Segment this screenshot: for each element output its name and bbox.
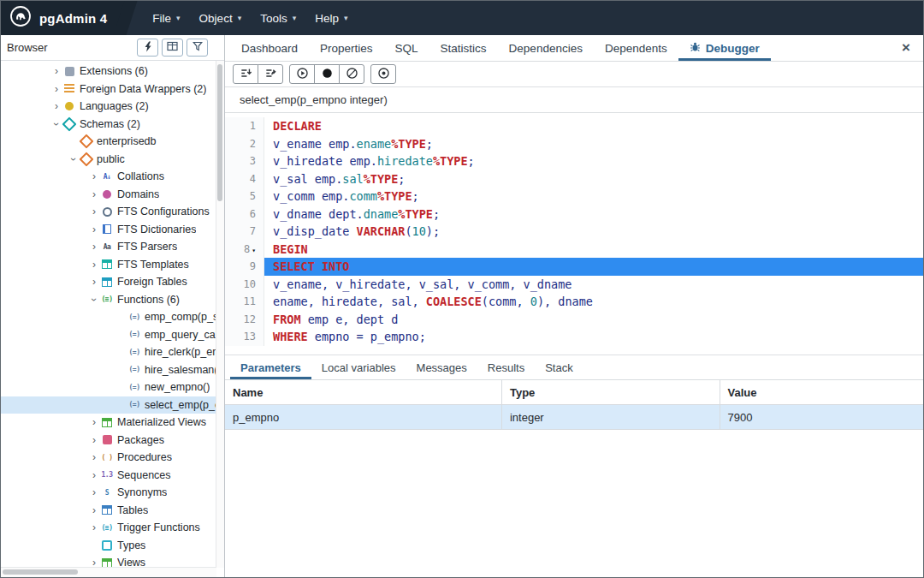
panel-tab-results[interactable]: Results	[477, 355, 535, 379]
tree-item-select-emp-p-en[interactable]: (=)select_emp(p_en	[1, 396, 224, 414]
tree-item-types[interactable]: Types	[1, 537, 224, 555]
tree-item-procedures[interactable]: ›( )Procedures	[1, 449, 224, 467]
code-line-13[interactable]: 13WHERE empno = p_empno;	[225, 328, 923, 346]
table-row[interactable]: p_empnointeger7900	[225, 405, 923, 430]
vertical-scrollbar-thumb[interactable]	[217, 64, 222, 201]
menu-object[interactable]: Object▾	[190, 1, 252, 35]
panel-tab-parameters[interactable]: Parameters	[230, 355, 311, 379]
gutter-line-number[interactable]: 7	[225, 223, 264, 241]
code-line-11[interactable]: 11ename, hiredate, sal, COALESCE(comm, 0…	[225, 293, 923, 311]
clear-all-breakpoints-button[interactable]	[339, 64, 364, 84]
code-line-2[interactable]: 2v_ename emp.ename%TYPE;	[225, 135, 923, 153]
tree-expand-icon[interactable]: ›	[88, 487, 100, 498]
code-line-5[interactable]: 5v_comm emp.comm%TYPE;	[225, 188, 923, 206]
tab-properties[interactable]: Properties	[309, 35, 384, 61]
horizontal-scrollbar-thumb[interactable]	[3, 569, 78, 575]
menu-help[interactable]: Help▾	[305, 1, 357, 35]
tree-item-hire-salesman-p[interactable]: (=)hire_salesman(p	[1, 361, 224, 379]
tree-item-foreign-tables[interactable]: ›Foreign Tables	[1, 273, 224, 291]
tree-expand-icon[interactable]: ›	[88, 189, 100, 200]
tab-dashboard[interactable]: Dashboard	[230, 35, 309, 61]
gutter-line-number[interactable]: 11	[225, 293, 264, 311]
tree-item-collations[interactable]: ›A↓Collations	[1, 168, 224, 186]
panel-tab-local-variables[interactable]: Local variables	[311, 355, 406, 379]
code-line-1[interactable]: 1DECLARE	[225, 117, 923, 135]
grid-button[interactable]	[162, 39, 183, 57]
tab-statistics[interactable]: Statistics	[429, 35, 498, 61]
tab-dependents[interactable]: Dependents	[594, 35, 678, 61]
sidebar-horizontal-scrollbar[interactable]	[1, 567, 216, 577]
gutter-line-number[interactable]: 8▾	[225, 241, 264, 259]
tree-expand-icon[interactable]: ›	[88, 452, 100, 462]
tree-expand-icon[interactable]: ›	[50, 84, 62, 94]
code-line-6[interactable]: 6v_dname dept.dname%TYPE;	[225, 206, 923, 223]
continue-button[interactable]	[289, 64, 315, 84]
gutter-line-number[interactable]: 13	[225, 328, 264, 346]
close-icon[interactable]: ×	[889, 35, 923, 61]
tree-expand-icon[interactable]: ›	[88, 171, 100, 182]
tree-expand-icon[interactable]: ›	[88, 241, 100, 252]
gutter-line-number[interactable]: 12	[225, 311, 264, 329]
tree-item-enterprisedb[interactable]: enterprisedb	[1, 133, 224, 151]
tree-expand-icon[interactable]: ›	[88, 206, 100, 217]
tree-expand-icon[interactable]: ›	[88, 277, 100, 287]
gutter-line-number[interactable]: 4	[225, 170, 264, 188]
tree-item-extensions-6[interactable]: ›Extensions (6)	[1, 63, 224, 80]
tree-expand-icon[interactable]: ›	[50, 101, 62, 111]
tree-item-fts-templates[interactable]: ›FTS Templates	[1, 256, 224, 274]
panel-tab-messages[interactable]: Messages	[406, 355, 477, 379]
tree-expand-icon[interactable]: ›	[89, 294, 99, 306]
tree-expand-icon[interactable]: ›	[88, 522, 100, 533]
tree-item-fts-dictionaries[interactable]: ›FTS Dictionaries	[1, 221, 224, 239]
tree-expand-icon[interactable]: ›	[88, 505, 100, 515]
tree-item-foreign-data-wrappers-2[interactable]: ›Foreign Data Wrappers (2)	[1, 80, 224, 98]
tree-item-emp-comp-p-sa[interactable]: (=)emp_comp(p_sa	[1, 308, 224, 326]
gutter-line-number[interactable]: 3	[225, 152, 264, 170]
tree-item-functions-6[interactable]: ›(≡)Functions (6)	[1, 291, 224, 309]
code-line-7[interactable]: 7v_disp_date VARCHAR(10);	[225, 223, 923, 241]
tree-item-schemas-2[interactable]: ›Schemas (2)	[1, 116, 224, 134]
tree-expand-icon[interactable]: ›	[88, 417, 100, 427]
tree-expand-icon[interactable]: ›	[88, 435, 100, 445]
stop-button[interactable]	[314, 64, 340, 84]
tree-expand-icon[interactable]: ›	[51, 118, 62, 130]
toggle-breakpoint-button[interactable]	[370, 64, 396, 84]
gutter-line-number[interactable]: 1	[225, 117, 264, 135]
tree-expand-icon[interactable]: ›	[50, 66, 62, 76]
tree-item-tables[interactable]: ›Tables	[1, 502, 224, 520]
tree-expand-icon[interactable]: ›	[88, 259, 100, 270]
tree-expand-icon[interactable]: ›	[88, 470, 100, 480]
code-line-3[interactable]: 3v_hiredate emp.hiredate%TYPE;	[225, 152, 923, 170]
gutter-line-number[interactable]: 9	[225, 258, 264, 276]
panel-tab-stack[interactable]: Stack	[535, 355, 583, 379]
step-over-button[interactable]	[258, 64, 283, 84]
gutter-line-number[interactable]: 6	[225, 206, 264, 223]
tree-expand-icon[interactable]: ›	[68, 153, 79, 165]
tree-item-trigger-functions[interactable]: ›(≡)Trigger Functions	[1, 519, 224, 537]
tree-item-synonyms[interactable]: ›SSynonyms	[1, 484, 224, 502]
code-line-8[interactable]: 8▾BEGIN	[225, 241, 923, 259]
tab-sql[interactable]: SQL	[384, 35, 429, 61]
tree-item-materialized-views[interactable]: ›Materialized Views	[1, 414, 224, 432]
sidebar-vertical-scrollbar[interactable]	[216, 61, 224, 568]
tree-item-hire-clerk-p-enar[interactable]: (=)hire_clerk(p_enar	[1, 343, 224, 361]
tab-debugger[interactable]: Debugger	[678, 35, 771, 61]
gutter-line-number[interactable]: 2	[225, 135, 264, 153]
debugger-code-editor[interactable]: 1DECLARE2v_ename emp.ename%TYPE;3v_hired…	[225, 113, 923, 355]
tree-item-sequences[interactable]: ›1.3Sequences	[1, 467, 224, 485]
filter-button[interactable]	[187, 39, 208, 57]
step-into-button[interactable]	[233, 64, 258, 84]
gutter-line-number[interactable]: 10	[225, 276, 264, 294]
menu-tools[interactable]: Tools▾	[251, 1, 305, 35]
tree-item-new-empno[interactable]: (=)new_empno()	[1, 378, 224, 396]
lightning-button[interactable]	[137, 39, 158, 57]
menu-file[interactable]: File▾	[143, 1, 189, 35]
tree-item-domains[interactable]: ›Domains	[1, 186, 224, 204]
gutter-line-number[interactable]: 5	[225, 188, 264, 206]
tree-item-public[interactable]: ›public	[1, 151, 224, 169]
code-line-10[interactable]: 10v_ename, v_hiredate, v_sal, v_comm, v_…	[225, 276, 923, 294]
code-line-4[interactable]: 4v_sal emp.sal%TYPE;	[225, 170, 923, 188]
tree-item-languages-2[interactable]: ›Languages (2)	[1, 98, 224, 116]
tab-dependencies[interactable]: Dependencies	[498, 35, 594, 61]
tree-item-emp-query-calle[interactable]: (=)emp_query_calle	[1, 326, 224, 344]
